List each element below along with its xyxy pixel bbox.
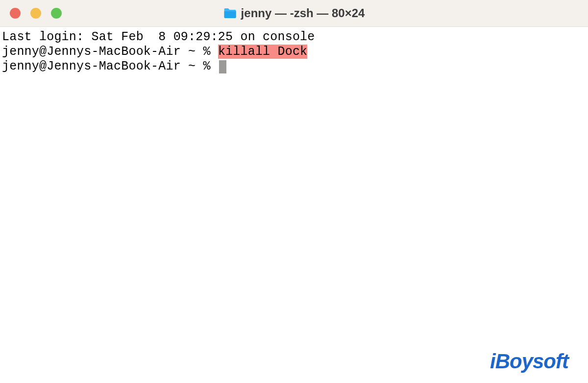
watermark-logo: iBoysoft xyxy=(490,350,568,373)
window-minimize-button[interactable] xyxy=(30,8,41,19)
window-title: jenny — -zsh — 80×24 xyxy=(223,6,365,20)
window-zoom-button[interactable] xyxy=(51,8,62,19)
terminal-output[interactable]: Last login: Sat Feb 8 09:29:25 on consol… xyxy=(0,27,588,77)
terminal-prompt: jenny@Jennys-MacBook-Air ~ % xyxy=(2,45,218,59)
terminal-command-highlight: killall Dock xyxy=(218,45,307,59)
terminal-prompt: jenny@Jennys-MacBook-Air ~ % xyxy=(2,59,218,73)
folder-icon xyxy=(223,7,237,19)
terminal-line-command: jenny@Jennys-MacBook-Air ~ % killall Doc… xyxy=(2,45,586,59)
window-close-button[interactable] xyxy=(10,8,21,19)
window-title-text: jenny — -zsh — 80×24 xyxy=(241,6,365,20)
terminal-line-login: Last login: Sat Feb 8 09:29:25 on consol… xyxy=(2,30,586,45)
terminal-cursor xyxy=(219,60,226,73)
window-titlebar: jenny — -zsh — 80×24 xyxy=(0,0,588,27)
traffic-lights xyxy=(0,8,62,19)
terminal-line-prompt: jenny@Jennys-MacBook-Air ~ % xyxy=(2,59,586,74)
